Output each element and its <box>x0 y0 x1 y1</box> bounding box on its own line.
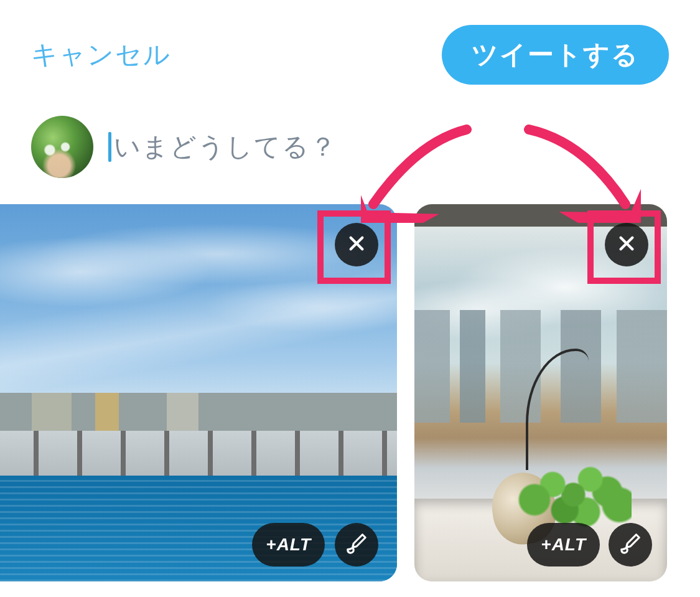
brush-icon <box>618 532 642 558</box>
brush-icon <box>345 532 368 558</box>
media-attachment-1: +ALT <box>0 204 397 581</box>
close-icon <box>617 233 637 256</box>
compose-row: いまどうしてる？ <box>0 103 700 197</box>
avatar <box>31 116 93 178</box>
compose-placeholder: いまどうしてる？ <box>114 129 337 164</box>
photo-thumbnail <box>0 204 397 581</box>
media-attachments: +ALT +ALT <box>0 204 700 581</box>
add-alt-text-button[interactable]: +ALT <box>252 523 325 566</box>
close-icon <box>347 233 366 256</box>
compose-input[interactable]: いまどうしてる？ <box>108 129 669 164</box>
remove-media-button[interactable] <box>605 223 648 266</box>
add-alt-text-button[interactable]: +ALT <box>527 523 600 566</box>
tweet-button[interactable]: ツイートする <box>442 25 669 85</box>
text-caret <box>108 132 111 162</box>
edit-media-button[interactable] <box>609 523 652 566</box>
edit-media-button[interactable] <box>335 523 378 566</box>
remove-media-button[interactable] <box>335 223 378 266</box>
cancel-button[interactable]: キャンセル <box>31 37 171 72</box>
media-attachment-2: +ALT <box>414 204 667 581</box>
compose-header: キャンセル ツイートする <box>0 0 700 103</box>
